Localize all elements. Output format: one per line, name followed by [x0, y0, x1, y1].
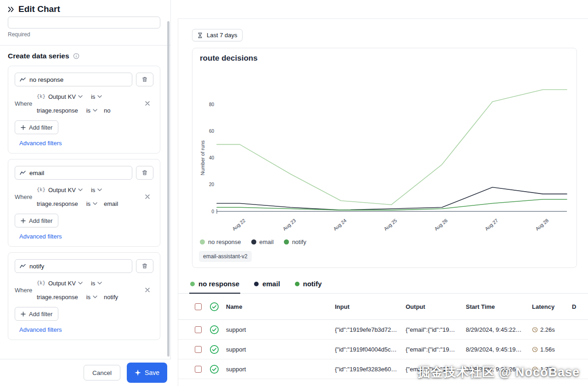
clock-icon — [532, 327, 538, 333]
cancel-button[interactable]: Cancel — [84, 365, 120, 380]
collapse-panel-icon[interactable] — [8, 6, 14, 12]
panel-scrollbar[interactable] — [167, 21, 170, 357]
select-all-checkbox[interactable] — [195, 303, 202, 310]
add-filter-button[interactable]: Add filter — [15, 307, 58, 321]
table-row[interactable]: support {"id":"1919f04004d5c… {"email":{… — [178, 340, 588, 359]
preview-toolbar: Last 7 days — [178, 19, 588, 41]
legend-label: no response — [208, 238, 241, 245]
tab-no-response[interactable]: no response — [189, 276, 240, 293]
series-name-input[interactable] — [29, 263, 127, 270]
remove-filter-icon[interactable] — [141, 191, 153, 203]
legend-item[interactable]: email — [251, 238, 274, 245]
model-tag[interactable]: email-assistant-v2 — [199, 251, 252, 262]
operator-dropdown[interactable]: is — [86, 294, 97, 301]
filter-value[interactable]: email — [104, 200, 118, 207]
delete-series-button[interactable] — [136, 166, 153, 180]
cell-output: {"email":{"id":"19… — [406, 366, 466, 373]
edit-chart-panel: Edit Chart Required Create data series — [0, 0, 171, 386]
svg-text:Number of runs: Number of runs — [200, 140, 205, 175]
status-header-icon — [209, 302, 226, 312]
filter-value[interactable]: no — [104, 107, 110, 114]
cell-input: {"id":"1919efe7b3d72… — [335, 326, 406, 333]
series-name-input[interactable] — [29, 76, 127, 83]
operator-dropdown[interactable]: is — [91, 187, 102, 193]
column-header-name[interactable]: Name — [226, 303, 335, 310]
cell-name: support — [226, 346, 335, 353]
remove-filter-icon[interactable] — [141, 97, 153, 109]
advanced-filters-link[interactable]: Advanced filters — [19, 140, 62, 147]
table-row[interactable]: support {"id":"1919ef3283e60… {"email":{… — [178, 359, 588, 379]
cell-latency: 1.77s — [532, 366, 572, 373]
filter-field[interactable]: triage.response — [37, 294, 78, 301]
advanced-filters-link[interactable]: Advanced filters — [19, 326, 62, 333]
cell-name: support — [226, 326, 335, 333]
panel-scroll-area[interactable]: Edit Chart Required Create data series — [0, 0, 170, 359]
time-range-filter-button[interactable]: Last 7 days — [192, 29, 243, 41]
remove-filter-icon[interactable] — [141, 284, 153, 296]
column-header-input[interactable]: Input — [335, 303, 406, 310]
legend-label: email — [260, 238, 274, 245]
output-kv-icon: {k} — [37, 280, 45, 286]
save-button[interactable]: Save — [127, 363, 167, 383]
svg-text:Aug 22: Aug 22 — [231, 217, 246, 232]
series-name-field[interactable] — [15, 166, 132, 180]
legend-item[interactable]: no response — [200, 238, 241, 245]
add-filter-button[interactable]: Add filter — [15, 214, 58, 227]
cell-input: {"id":"1919ef3283e60… — [335, 366, 406, 373]
svg-text:Aug 23: Aug 23 — [282, 217, 297, 232]
legend-item[interactable]: notify — [284, 238, 306, 245]
field-dropdown[interactable]: Output KV — [48, 93, 83, 100]
cell-output: {"email":{"id":"19… — [406, 326, 466, 333]
operator-dropdown[interactable]: is — [91, 280, 102, 287]
cell-start-time: 8/29/2024, 9:45:22… — [466, 326, 532, 333]
row-checkbox[interactable] — [195, 346, 202, 353]
output-kv-icon: {k} — [37, 94, 45, 99]
chart-name-input[interactable] — [8, 17, 160, 28]
info-icon — [73, 53, 79, 59]
where-label: Where — [15, 193, 37, 200]
operator-dropdown[interactable]: is — [86, 200, 97, 207]
filter-field[interactable]: triage.response — [37, 200, 78, 207]
page-title: Edit Chart — [18, 4, 60, 14]
series-name-field[interactable] — [15, 259, 132, 273]
legend-label: notify — [292, 238, 306, 245]
line-chart: 020406080Aug 22Aug 23Aug 24Aug 25Aug 26A… — [199, 67, 570, 238]
tab-email[interactable]: email — [253, 276, 281, 293]
tab-notify[interactable]: notify — [294, 276, 323, 293]
column-header-clipped[interactable]: D — [572, 303, 588, 310]
create-data-series-header: Create data series — [8, 52, 160, 60]
svg-text:Aug 26: Aug 26 — [433, 217, 448, 232]
filter-field[interactable]: triage.response — [37, 107, 78, 114]
row-checkbox[interactable] — [195, 366, 202, 373]
delete-series-button[interactable] — [136, 259, 153, 273]
required-label: Required — [8, 31, 160, 38]
series-name-input[interactable] — [29, 170, 127, 176]
line-chart-icon — [20, 263, 26, 269]
delete-series-button[interactable] — [136, 73, 153, 86]
status-success-icon — [209, 345, 226, 354]
table-header-row: Name Input Output Start Time Latency D — [178, 294, 588, 320]
operator-dropdown[interactable]: is — [91, 93, 102, 100]
svg-text:80: 80 — [209, 102, 215, 107]
divider — [0, 45, 170, 45]
advanced-filters-link[interactable]: Advanced filters — [19, 233, 62, 240]
chart-title: route decisions — [199, 54, 570, 63]
add-filter-button[interactable]: Add filter — [15, 120, 58, 134]
chart-card: route decisions 020406080Aug 22Aug 23Aug… — [192, 48, 577, 268]
svg-text:Aug 25: Aug 25 — [383, 217, 398, 232]
filter-value[interactable]: notify — [104, 294, 118, 301]
svg-text:Aug 28: Aug 28 — [534, 217, 549, 232]
table-row[interactable]: support {"id":"1919efe7b3d72… {"email":{… — [178, 320, 588, 340]
column-header-output[interactable]: Output — [406, 303, 466, 310]
field-dropdown[interactable]: Output KV — [48, 187, 83, 193]
series-name-field[interactable] — [15, 73, 132, 86]
time-range-icon — [197, 32, 203, 39]
line-chart-icon — [20, 77, 26, 82]
operator-dropdown[interactable]: is — [86, 107, 97, 114]
clock-icon — [532, 366, 538, 372]
column-header-latency[interactable]: Latency — [532, 303, 572, 310]
field-dropdown[interactable]: Output KV — [48, 280, 83, 287]
svg-text:20: 20 — [209, 182, 215, 187]
row-checkbox[interactable] — [195, 326, 202, 333]
column-header-start-time[interactable]: Start Time — [466, 303, 532, 310]
